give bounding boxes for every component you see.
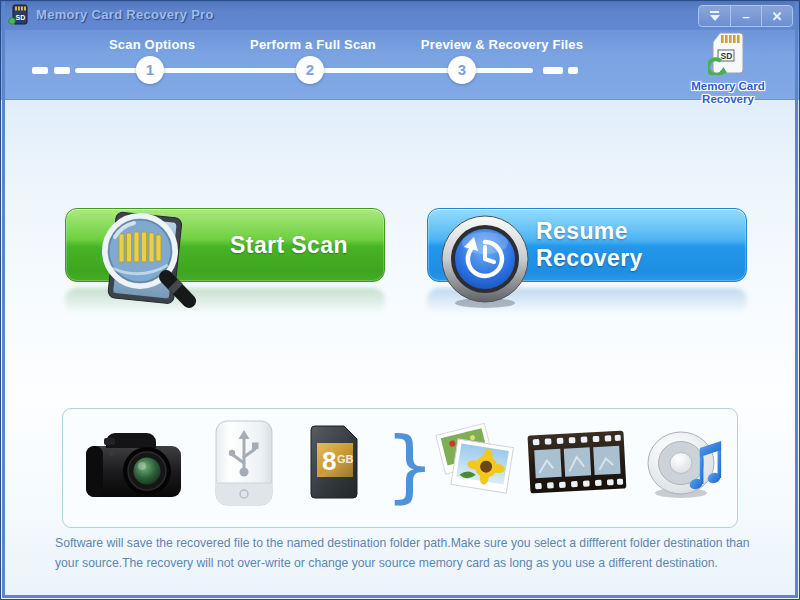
resume-recovery-button[interactable]: Resume Recovery bbox=[427, 208, 747, 282]
brand-logo: SD Memory Card Recovery bbox=[660, 31, 796, 106]
start-scan-button[interactable]: Start Scan bbox=[65, 208, 385, 282]
resume-recovery-label: Resume Recovery bbox=[536, 209, 738, 281]
progress-dash bbox=[54, 67, 70, 74]
titlebar: SD Memory Card Recovery Pro – ✕ bbox=[0, 0, 800, 30]
logo-sd-text: SD bbox=[721, 51, 733, 61]
step-circle-3: 3 bbox=[448, 56, 476, 84]
app-window: SD Memory Card Recovery Pro – ✕ Scan Opt… bbox=[0, 0, 800, 600]
logo-line-1: Memory Card bbox=[660, 80, 796, 93]
window-title: Memory Card Recovery Pro bbox=[36, 0, 214, 30]
close-button[interactable]: ✕ bbox=[761, 6, 792, 26]
logo-text: Memory Card Recovery bbox=[660, 80, 796, 106]
footer-note: Software will save the recovered file to… bbox=[55, 534, 752, 573]
minimize-button[interactable]: – bbox=[730, 6, 761, 26]
close-icon: ✕ bbox=[772, 9, 783, 24]
film-strip-icon bbox=[527, 423, 627, 503]
app-icon-sd-text: SD bbox=[16, 14, 26, 21]
sd-card-icon: 8 GB bbox=[306, 423, 362, 501]
sd-card-logo-icon: SD bbox=[708, 31, 748, 75]
media-panel: 8 GB } bbox=[62, 408, 738, 528]
step-label-scan-options: Scan Options bbox=[109, 37, 195, 52]
step-label-full-scan: Perform a Full Scan bbox=[250, 37, 376, 52]
step-circle-2: 2 bbox=[296, 56, 324, 84]
app-icon-sd-card: SD bbox=[7, 4, 31, 26]
rollup-icon bbox=[710, 11, 719, 13]
progress-dash bbox=[32, 67, 48, 74]
step-label-preview-recovery: Preview & Recovery Files bbox=[421, 37, 583, 52]
step-circle-1: 1 bbox=[136, 56, 164, 84]
start-scan-label: Start Scan bbox=[206, 209, 372, 281]
resume-recovery-clock-icon bbox=[438, 213, 532, 309]
logo-line-2: Recovery bbox=[660, 93, 796, 106]
progress-dash bbox=[543, 67, 563, 74]
window-controls: – ✕ bbox=[698, 5, 793, 27]
speaker-icon bbox=[643, 421, 727, 501]
rollup-button[interactable] bbox=[699, 6, 730, 26]
photos-icon bbox=[430, 421, 522, 503]
usb-drive-icon bbox=[212, 419, 276, 509]
minimize-icon: – bbox=[742, 9, 749, 24]
memory-card-magnifier-icon bbox=[86, 207, 206, 311]
camera-icon bbox=[81, 421, 186, 509]
progress-dash bbox=[568, 67, 578, 74]
curly-brace: } bbox=[385, 417, 425, 517]
sd-capacity-label: 8 bbox=[322, 446, 336, 476]
sd-unit-label: GB bbox=[337, 453, 354, 465]
